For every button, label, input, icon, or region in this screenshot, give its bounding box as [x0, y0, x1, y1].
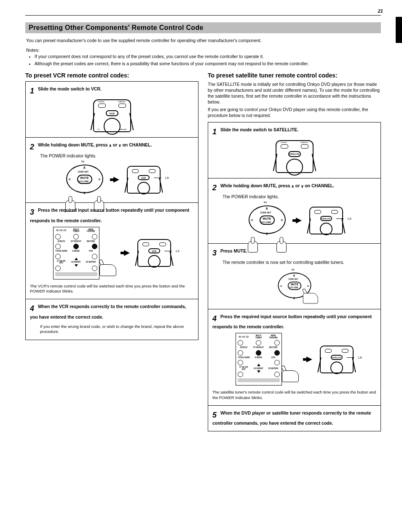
right-step-5: 5 When the DVD player or satellite tuner… [208, 406, 381, 431]
jog-ring-icon [104, 118, 121, 135]
hand-pointer-icon [91, 259, 116, 276]
mode-switch: VCR [106, 110, 118, 116]
standby-button-icon [118, 104, 126, 108]
remote-figure: POWER STANDBY SATELLITE [276, 140, 314, 173]
step-subnote: If you enter the wrong brand code, or wi… [40, 324, 194, 335]
step-number: 5 [212, 410, 217, 420]
right-procedure-box: 1 Slide the mode switch to SATELLITE. PO… [208, 122, 381, 432]
chevron-down-icon: ∨ [118, 142, 121, 148]
step-text-b: or [113, 142, 118, 147]
chevron-right-icon: > [98, 177, 100, 181]
step-text: When the DVD player or satellite tuner r… [212, 410, 371, 426]
note-item: Although the preset codes are correct, t… [35, 61, 381, 66]
step-text: Slide the mode switch to VCR. [38, 86, 102, 91]
left-step-4: 4 When the VCR responds correctly to the… [26, 299, 198, 339]
right-intro-p2: If you are going to control your Onkyo D… [208, 106, 381, 118]
page-number: 21 [378, 8, 383, 13]
power-button-icon [98, 104, 106, 108]
arrow-right-icon [296, 218, 302, 223]
callout-line [154, 178, 161, 178]
standby-button-icon [149, 169, 155, 173]
step-text: Press MUTE. [220, 248, 247, 253]
intro-text: You can preset manufacturer's code to us… [26, 37, 380, 43]
standby-label: STANDBY [118, 101, 126, 103]
left-step-3: 3 Press the required input source button… [26, 203, 198, 299]
step-subnote: The satellite tuner's remote control cod… [212, 390, 376, 400]
step-text-a: While holding down MUTE, press [220, 183, 292, 188]
mode-switch: VCR [138, 175, 150, 180]
step-subnote: The remote controller is now set for con… [222, 259, 376, 265]
right-intro-p1: The SATELLITE mode is initially set for … [208, 81, 381, 105]
bl-label: CD [97, 128, 100, 130]
tv-label: TV [81, 160, 85, 163]
chevron-down-icon: ∨ [301, 183, 303, 189]
step-subnote: The VCR's remote control code will be sw… [30, 284, 194, 294]
note-item: If your component does not correspond to… [35, 53, 381, 59]
right-step-1: 1 Slide the mode switch to SATELLITE. PO… [208, 122, 381, 178]
left-title: To preset VCR remote control codes: [25, 72, 198, 79]
tv-control-figure: TV ∧∨ <> CODE SET MUTE VOLUME [246, 203, 288, 238]
section-bar: Presetting Other Components' Remote Cont… [25, 22, 381, 33]
right-title: To preset satellite tuner remote control… [208, 72, 381, 79]
step-number: 2 [30, 142, 34, 152]
remote-figure: POWER STANDBY VCR CD TAPE/MD [93, 99, 131, 132]
left-step-1: 1 Slide the mode switch to VCR. POWER ST… [26, 82, 198, 138]
mini-remote-figure: SATELLITE Lit [309, 207, 343, 234]
mini-remote-figure: VCR Lit [127, 166, 161, 194]
step-note: The POWER indicator lights. [222, 194, 376, 200]
mini-remote-figure: VCR Lit [137, 239, 171, 267]
lit-callout: Lit [176, 249, 179, 253]
jog-ring-icon [137, 182, 150, 194]
arrow-right-icon [113, 177, 119, 183]
step-text-a: While holding down MUTE, press [38, 142, 109, 147]
volume-label: VOLUME [79, 180, 89, 183]
top-rule [25, 15, 381, 16]
right-step-4: 4 Press the required input source button… [208, 309, 381, 406]
step-number: 1 [30, 86, 34, 96]
step-text-c: on CHANNEL. [122, 142, 152, 147]
mini-remote-figure: SATELLITE Lit [320, 346, 354, 373]
step-text: Press the required input source button r… [212, 314, 372, 329]
tv-control-figure: TV ∧∨ <> CODE SET MUTE VOLUME [276, 270, 314, 302]
codeset-label: CODE SET [78, 170, 89, 173]
notes-title: Notes: [26, 48, 380, 53]
step-number: 4 [212, 314, 217, 324]
step-number: 2 [212, 183, 217, 193]
chevron-up-icon: ∧ [292, 183, 294, 189]
tv-control-figure: TV ∧ ∨ < > CODE SET MUTE VOLUME [64, 162, 106, 197]
step-number: 3 [212, 248, 217, 258]
chevron-up-icon: ∧ [109, 142, 112, 148]
hand-pointer-icon [273, 365, 299, 382]
step-text: Press the required input source button r… [30, 207, 189, 223]
arrow-right-icon [124, 250, 130, 256]
notes-list: If your component does not correspond to… [35, 53, 381, 66]
step-number: 1 [212, 127, 217, 137]
lit-callout: Lit [165, 176, 169, 180]
step-text-b: or [295, 183, 301, 188]
step-number: 4 [30, 303, 34, 314]
section-tab [396, 17, 402, 43]
left-procedure-box: 1 Slide the mode switch to VCR. POWER ST… [25, 81, 198, 340]
right-step-3: 3 Press MUTE. The remote controller is n… [208, 244, 381, 309]
step-text-c: on CHANNEL. [305, 183, 334, 188]
chevron-up-icon: ∧ [83, 165, 86, 170]
chevron-left-icon: < [69, 177, 71, 181]
step-text: When the VCR responds correctly to the r… [30, 304, 186, 319]
step-note: The POWER indicator lights. [40, 153, 194, 159]
left-step-2: 2 While holding down MUTE, press ∧ or ∨ … [26, 138, 198, 203]
br-label: TAPE/MD [119, 128, 126, 130]
power-label: POWER [98, 101, 105, 103]
right-step-2: 2 While holding down MUTE, press ∧ or ∨ … [208, 178, 381, 244]
chevron-down-icon: ∨ [83, 191, 86, 195]
arrow-right-icon [306, 356, 312, 362]
step-number: 3 [30, 207, 34, 217]
power-button-icon [132, 169, 139, 173]
step-text: Slide the mode switch to SATELLITE. [220, 127, 298, 132]
right-intro: The SATELLITE mode is initially set for … [208, 81, 381, 119]
